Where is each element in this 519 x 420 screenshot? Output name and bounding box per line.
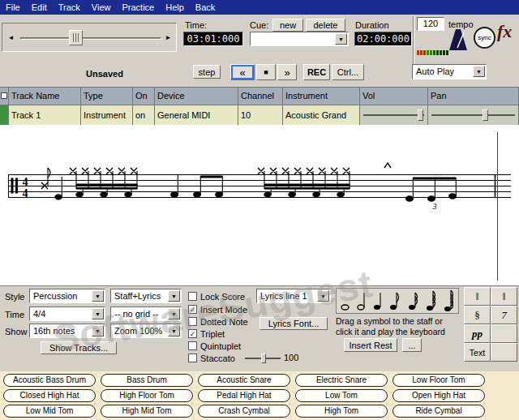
volume-slider[interactable]	[360, 105, 428, 126]
triplet-checkbox[interactable]: ✓ Triplet	[188, 328, 225, 339]
staccato-checkbox[interactable]: Staccato	[188, 353, 235, 363]
rewind-button[interactable]: «	[230, 64, 255, 80]
insert-rest-button[interactable]: Insert Rest	[344, 338, 397, 352]
volume-slider-thumb[interactable]	[418, 109, 423, 121]
drum-pad-bass-drum[interactable]: Bass Drum	[101, 374, 193, 387]
song-position-thumb[interactable]	[69, 30, 83, 45]
sixteenth-note-icon[interactable]	[407, 289, 419, 312]
col-header-instrument[interactable]: Instrument	[283, 88, 360, 105]
checkbox-box[interactable]	[188, 354, 197, 362]
checkbox-box[interactable]	[188, 317, 197, 326]
style-select[interactable]: Percussion ▼	[29, 289, 105, 303]
track-type-cell[interactable]: Instrument	[81, 105, 133, 126]
checkbox-box[interactable]: ✓	[188, 305, 197, 314]
col-header-channel[interactable]: Channel	[238, 88, 283, 105]
checkbox-box[interactable]	[188, 341, 197, 350]
drum-pad-low-tom[interactable]: Low Tom	[295, 389, 388, 402]
pianissimo-button[interactable]: pp	[464, 324, 491, 343]
drum-pad-acoustic-bass-drum[interactable]: Acoustic Bass Drum	[3, 374, 96, 387]
show-tracks-button[interactable]: Show Tracks...	[41, 341, 117, 354]
time-sig-select[interactable]: 4/4 ▼	[29, 306, 105, 321]
empty-symbol-button-2[interactable]	[491, 343, 517, 362]
col-header-device[interactable]: Device	[155, 88, 238, 105]
track-color-indicator[interactable]	[0, 105, 9, 126]
menu-item-file[interactable]: File	[6, 2, 20, 12]
menu-item-practice[interactable]: Practice	[122, 2, 154, 12]
cue-new-button[interactable]: new	[272, 19, 303, 32]
whole-note-icon[interactable]	[340, 289, 350, 312]
drum-pad-closed-high-hat[interactable]: Closed High Hat	[3, 389, 96, 402]
drum-pad-low-mid-tom[interactable]: Low Mid Tom	[3, 405, 96, 418]
song-position-track[interactable]	[20, 37, 161, 40]
col-header-pan[interactable]: Pan	[428, 88, 519, 105]
sync-button[interactable]: sync	[474, 27, 495, 49]
chevron-down-icon[interactable]: ▼	[168, 290, 180, 302]
insert-mode-checkbox[interactable]: ✓ Insert Mode	[188, 304, 247, 315]
staff-mode-select[interactable]: Staff+Lyrics ▼	[110, 289, 182, 303]
track-name-cell[interactable]: Track 1	[9, 105, 81, 126]
sixty-fourth-note-icon[interactable]	[443, 289, 455, 312]
velocity-slider-thumb[interactable]	[261, 354, 266, 363]
drum-pad-high-mid-tom[interactable]: High Mid Tom	[101, 405, 193, 418]
track-channel-cell[interactable]: 10	[238, 105, 283, 126]
eighth-rest-button[interactable]: 7	[491, 306, 517, 324]
menu-item-help[interactable]: Help	[165, 2, 184, 12]
drum-pad-ride-cymbal[interactable]: Ride Cymbal	[392, 405, 485, 418]
pan-slider-track[interactable]	[431, 114, 515, 116]
repeat-barline-button[interactable]: ‖	[464, 287, 491, 306]
menu-item-view[interactable]: View	[92, 2, 111, 12]
half-note-icon[interactable]	[356, 289, 367, 312]
empty-symbol-button[interactable]	[491, 324, 517, 343]
chevron-down-icon[interactable]: ▼	[317, 290, 329, 302]
thirty-second-note-icon[interactable]	[425, 289, 437, 312]
pan-slider-thumb[interactable]	[483, 109, 488, 121]
ctrl-button[interactable]: Ctrl...	[332, 64, 364, 80]
drum-pad-electric-snare[interactable]: Electric Snare	[295, 374, 388, 387]
drum-pad-pedal-high-hat[interactable]: Pedal High Hat	[198, 389, 290, 402]
note-group[interactable]	[41, 168, 62, 199]
menu-item-track[interactable]: Track	[58, 2, 80, 12]
cue-select[interactable]: ▼	[250, 32, 349, 46]
eighth-note-icon[interactable]	[388, 289, 401, 312]
more-options-button[interactable]: ...	[402, 338, 422, 352]
repeat-barline-button-2[interactable]: ‖	[491, 287, 517, 306]
table-row[interactable]: Track 1 Instrument on General MIDI 10 Ac…	[0, 105, 519, 126]
cue-delete-button[interactable]: delete	[306, 19, 345, 32]
scroll-left-icon[interactable]: ◄	[6, 32, 16, 45]
pan-slider[interactable]	[428, 105, 519, 126]
drum-pad-acoustic-snare[interactable]: Acoustic Snare	[198, 374, 290, 387]
menu-item-edit[interactable]: Edit	[32, 2, 47, 12]
segno-button[interactable]: §	[464, 306, 491, 324]
record-button[interactable]: REC	[303, 64, 330, 80]
stop-button[interactable]: ■	[256, 64, 276, 80]
lyrics-line-select[interactable]: Lyrics line 1 ▼	[256, 289, 331, 303]
lyrics-font-button[interactable]: Lyrics Font...	[260, 317, 328, 330]
chevron-down-icon[interactable]: ▼	[168, 325, 180, 336]
autoplay-select[interactable]: Auto Play ▼	[412, 64, 487, 79]
drum-pad-open-high-hat[interactable]: Open High Hat	[392, 389, 485, 402]
col-header-type[interactable]: Type	[81, 88, 133, 105]
col-header-vol[interactable]: Vol	[360, 88, 428, 105]
select-all-checkbox[interactable]	[0, 88, 9, 105]
note-group[interactable]	[70, 168, 138, 197]
col-header-on[interactable]: On	[133, 88, 155, 105]
zoom-select[interactable]: Zoom 100% ▼	[110, 324, 182, 338]
drum-pad-high-tom[interactable]: High Tom	[295, 405, 388, 418]
volume-slider-track[interactable]	[363, 114, 424, 116]
drum-pad-low-floor-tom[interactable]: Low Floor Tom	[392, 374, 485, 387]
note-group[interactable]: 3	[406, 178, 457, 212]
dotted-note-checkbox[interactable]: Dotted Note	[188, 316, 248, 327]
scroll-right-icon[interactable]: ►	[163, 32, 174, 45]
chevron-down-icon[interactable]: ▼	[168, 308, 180, 319]
checkbox-box[interactable]	[188, 292, 197, 301]
chevron-down-icon[interactable]: ▼	[335, 33, 347, 45]
col-header-track-name[interactable]: Track Name	[9, 88, 81, 105]
drum-pad-crash-cymbal[interactable]: Crash Cymbal	[198, 405, 290, 418]
grid-select[interactable]: -- no grid -- ▼	[110, 306, 182, 321]
tempo-value[interactable]: 120	[417, 17, 444, 31]
checkbox-box[interactable]: ✓	[188, 329, 197, 338]
quintuplet-checkbox[interactable]: Quintuplet	[188, 341, 241, 351]
step-button[interactable]: step	[193, 65, 221, 79]
chevron-down-icon[interactable]: ▼	[473, 66, 485, 77]
text-button[interactable]: Text	[464, 343, 491, 362]
